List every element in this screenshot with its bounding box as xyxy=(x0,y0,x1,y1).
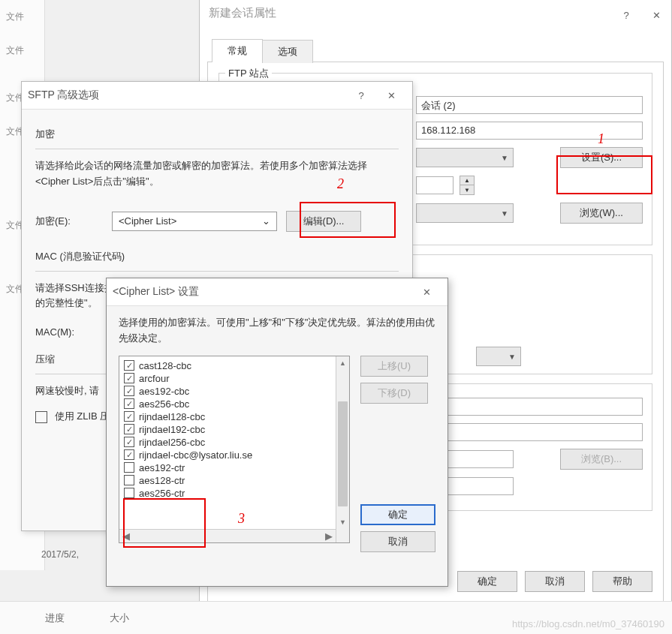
cipher-combo[interactable]: <Cipher List> ⌄ xyxy=(112,212,277,231)
cipher-item-label: aes256-ctr xyxy=(139,488,185,499)
annotation-label-2: 2 xyxy=(337,176,344,192)
titlebar[interactable]: <Cipher List> 设置 ✕ xyxy=(107,278,447,306)
scroll-thumb[interactable] xyxy=(338,401,348,506)
spinner-up-icon[interactable]: ▲ xyxy=(460,176,474,185)
close-icon[interactable]: ✕ xyxy=(411,283,441,301)
session-name-input[interactable]: 会话 (2) xyxy=(416,96,643,114)
sidebar-item: 文件 xyxy=(0,34,44,68)
checkbox-icon[interactable]: ✓ xyxy=(124,449,134,460)
checkbox-icon[interactable]: ✓ xyxy=(124,386,134,396)
cancel-button[interactable]: 取消 xyxy=(525,571,585,592)
cipher-item[interactable]: ✓aes256-cbc xyxy=(121,398,334,410)
tabs: 常规 选项 xyxy=(200,30,671,62)
cipher-item[interactable]: ✓arcfour xyxy=(121,372,334,385)
chevron-down-icon: ⌄ xyxy=(262,215,270,227)
mac-section-title: MAC (消息验证代码) xyxy=(35,250,399,263)
port-input[interactable] xyxy=(416,176,454,194)
ok-button[interactable]: 确定 xyxy=(457,571,517,592)
field1[interactable] xyxy=(416,398,643,416)
port-spinner[interactable]: ▲▼ xyxy=(460,176,475,195)
checkbox-icon[interactable] xyxy=(124,462,134,473)
help-button[interactable]: 帮助 xyxy=(592,571,652,592)
vertical-scrollbar[interactable]: ▲ ▼ xyxy=(336,356,349,542)
cipher-item-label: aes256-cbc xyxy=(139,398,189,410)
date-text: 2017/5/2, xyxy=(41,549,79,560)
protocol-combo[interactable]: ▼ xyxy=(416,148,514,167)
cipher-item[interactable]: aes256-ctr xyxy=(121,487,334,500)
annotation-label-1: 1 xyxy=(598,131,604,147)
settings-button[interactable]: 设置(S)... xyxy=(560,147,643,168)
checkbox-icon[interactable]: ✓ xyxy=(124,360,134,371)
cipher-combo-value: <Cipher List> xyxy=(119,215,176,227)
cipher-item-label: rijndael256-cbc xyxy=(139,437,205,448)
edit-button[interactable]: 编辑(D)... xyxy=(286,211,361,232)
scroll-up-icon[interactable]: ▲ xyxy=(336,356,349,370)
encrypt-description: 请选择给此会话的网络流量加密或解密的加密算法。若使用多个加密算法选择<Ciphe… xyxy=(35,158,399,190)
tab-options[interactable]: 选项 xyxy=(262,40,313,63)
scroll-left-icon[interactable]: ◀ xyxy=(122,530,130,542)
encrypt-label: 加密(E): xyxy=(35,215,103,228)
cipher-listbox[interactable]: ✓cast128-cbc✓arcfour✓aes192-cbc✓aes256-c… xyxy=(119,356,350,543)
cipher-item[interactable]: ✓rijndael256-cbc xyxy=(121,436,334,449)
ok-button[interactable]: 确定 xyxy=(360,504,435,525)
checkbox-icon[interactable]: ✓ xyxy=(124,437,134,447)
checkbox-icon[interactable]: ✓ xyxy=(124,411,134,422)
close-icon[interactable]: ✕ xyxy=(376,86,406,104)
move-down-button[interactable]: 下移(D) xyxy=(360,383,428,404)
cipher-item-label: rijndael128-cbc xyxy=(139,411,205,422)
cipher-item[interactable]: aes128-ctr xyxy=(121,474,334,487)
tab-general[interactable]: 常规 xyxy=(212,39,263,62)
zlib-label: 使用 ZLIB 压 xyxy=(55,410,110,422)
chevron-down-icon: ▼ xyxy=(508,353,516,361)
move-up-button[interactable]: 上移(U) xyxy=(360,356,428,377)
cancel-button[interactable]: 取消 xyxy=(360,531,435,552)
dialog-title: SFTP 高级选项 xyxy=(28,89,99,102)
cipher-item-label: rijndael192-cbc xyxy=(139,424,205,435)
scroll-right-icon[interactable]: ▶ xyxy=(325,530,333,542)
browse-button-2[interactable]: 浏览(B)... xyxy=(560,449,643,470)
scroll-down-icon[interactable]: ▼ xyxy=(336,515,349,529)
host-input[interactable]: 168.112.168 xyxy=(416,122,643,140)
checkbox-icon[interactable]: ✓ xyxy=(124,424,134,434)
spinner-down-icon[interactable]: ▼ xyxy=(460,185,474,194)
cipher-item-label: arcfour xyxy=(139,373,169,384)
browse-button[interactable]: 浏览(W)... xyxy=(560,203,643,224)
close-icon[interactable]: ✕ xyxy=(641,6,671,24)
dialog-title: <Cipher List> 设置 xyxy=(113,285,199,299)
cipher-item-label: rijndael-cbc@lysator.liu.se xyxy=(139,449,252,461)
firewall-combo[interactable]: ▼ xyxy=(416,203,514,223)
cipher-item[interactable]: ✓rijndael192-cbc xyxy=(121,423,334,436)
titlebar: 新建会话属性 ? ✕ xyxy=(200,0,671,30)
cipher-description: 选择使用的加密算法。可使用"上移"和"下移"决定优先级。算法的使用由优先级决定。 xyxy=(119,315,435,347)
annotation-label-3: 3 xyxy=(238,511,245,527)
status-size: 大小 xyxy=(110,611,129,625)
help-icon[interactable]: ? xyxy=(346,86,376,104)
sidebar-item: 文件 xyxy=(0,0,44,34)
field2[interactable] xyxy=(416,423,643,441)
watermark: https://blog.csdn.net/m0_37460190 xyxy=(512,618,664,629)
cipher-item[interactable]: ✓aes192-cbc xyxy=(121,385,334,398)
mac-label: MAC(M): xyxy=(35,326,103,338)
group-title: FTP 站点 xyxy=(225,67,272,80)
cipher-item[interactable]: ✓cast128-cbc xyxy=(121,359,334,372)
cipher-item-label: aes192-cbc xyxy=(139,386,189,397)
cipher-item[interactable]: ✓rijndael-cbc@lysator.liu.se xyxy=(121,449,334,461)
window-title: 新建会话属性 xyxy=(209,6,276,24)
checkbox-icon[interactable] xyxy=(124,488,134,498)
auth-combo[interactable]: ▼ xyxy=(476,347,521,366)
cipher-item[interactable]: ✓rijndael128-cbc xyxy=(121,410,334,423)
cipher-item-label: cast128-cbc xyxy=(139,360,191,371)
cipher-item-label: aes128-ctr xyxy=(139,475,185,486)
help-icon[interactable]: ? xyxy=(611,6,641,24)
chevron-down-icon: ▼ xyxy=(501,154,508,162)
chevron-down-icon: ▼ xyxy=(501,209,508,218)
cipher-item[interactable]: aes192-ctr xyxy=(121,461,334,474)
checkbox-icon[interactable] xyxy=(124,475,134,485)
encrypt-section-title: 加密 xyxy=(35,128,399,141)
checkbox-icon[interactable]: ✓ xyxy=(124,398,134,409)
checkbox-icon[interactable]: ✓ xyxy=(124,373,134,383)
zlib-checkbox[interactable] xyxy=(35,411,47,423)
titlebar[interactable]: SFTP 高级选项 ? ✕ xyxy=(22,82,412,110)
horizontal-scrollbar[interactable]: ◀▶ xyxy=(119,529,336,542)
status-progress: 进度 xyxy=(45,611,65,625)
